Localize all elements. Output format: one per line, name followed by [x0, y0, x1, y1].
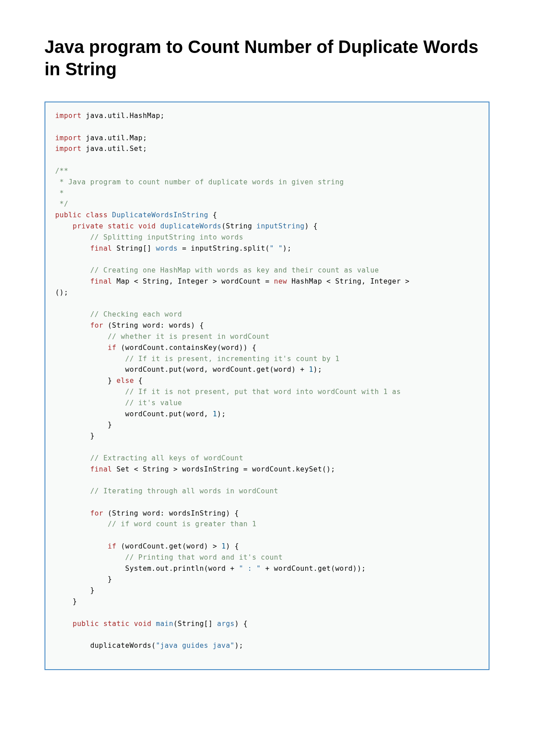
code-token: System.out.println(word +	[55, 565, 239, 573]
code-token: (String word: words) {	[103, 321, 204, 329]
code-token: " "	[270, 244, 283, 252]
code-token: import	[55, 145, 81, 153]
code-token: static	[99, 620, 129, 628]
code-token: duplicateWords(	[55, 642, 156, 650]
code-token: if	[55, 344, 117, 352]
code-token: final	[55, 244, 112, 252]
code-token: 1	[309, 366, 313, 374]
code-token: (wordCount.containsKey(word)) {	[117, 344, 257, 352]
code-token: static	[103, 222, 134, 230]
code-token: class	[81, 211, 108, 219]
code-token: Set < String > wordsInString = wordCount…	[112, 465, 335, 473]
code-comment: * Java program to count number of duplic…	[55, 178, 344, 186]
code-token: void	[134, 222, 156, 230]
code-token: );	[283, 244, 291, 252]
code-token: wordCount.put(word, wordCount.get(word) …	[55, 366, 309, 374]
code-comment: // If it is not present, put that word i…	[55, 388, 401, 396]
code-token: {	[134, 377, 143, 385]
code-token: final	[55, 277, 112, 285]
code-token: }	[55, 421, 112, 429]
code-token: new	[274, 277, 287, 285]
code-token: inputString	[256, 222, 304, 230]
code-token: );	[313, 366, 322, 374]
code-comment: // if word count is greater than 1	[55, 520, 256, 528]
code-token: "java guides java"	[156, 642, 235, 650]
code-token: );	[235, 642, 243, 650]
code-comment: // Printing that word and it's count	[55, 553, 283, 561]
code-token: (wordCount.get(word) >	[117, 542, 222, 550]
code-token: " : "	[239, 565, 261, 573]
code-comment: *	[55, 189, 64, 197]
code-token: ();	[55, 289, 69, 297]
code-token: java.util.HashMap;	[81, 112, 165, 120]
code-token: main	[151, 620, 173, 628]
code-token: }	[55, 432, 95, 440]
code-token: words	[156, 244, 178, 252]
code-token: Map < String, Integer > wordCount =	[112, 277, 274, 285]
code-token: public	[55, 211, 81, 219]
code-token: import	[55, 112, 81, 120]
code-comment: // whether it is present in wordCount	[55, 333, 270, 341]
code-token: java.util.Map;	[81, 134, 147, 142]
code-token: }	[55, 575, 112, 583]
code-comment: // If it is present, incrementing it's c…	[55, 355, 340, 363]
code-token: for	[55, 321, 103, 329]
code-block: import java.util.HashMap; import java.ut…	[44, 102, 490, 670]
code-token: HashMap < String, Integer >	[287, 277, 414, 285]
code-token: java.util.Set;	[81, 145, 147, 153]
code-token: wordCount.put(word,	[55, 410, 213, 418]
code-token: + wordCount.get(word));	[261, 565, 366, 573]
code-comment: // Iterating through all words in wordCo…	[55, 487, 278, 495]
code-comment: // it's value	[55, 399, 182, 407]
code-token: ) {	[304, 222, 318, 230]
code-token: for	[55, 509, 103, 517]
code-token: DuplicateWordsInString	[108, 211, 208, 219]
code-comment: // Checking each word	[55, 310, 182, 318]
code-token: (String word: wordsInString) {	[103, 509, 239, 517]
code-token: (String[]	[174, 620, 217, 628]
code-token: }	[55, 377, 117, 385]
code-comment: // Creating one HashMap with words as ke…	[55, 266, 379, 274]
code-token: ) {	[235, 620, 248, 628]
code-comment: // Splitting inputString into words	[55, 233, 243, 241]
code-token: {	[208, 211, 217, 219]
code-token: else	[117, 377, 134, 385]
code-token: }	[55, 597, 77, 606]
code-token: String[]	[112, 244, 156, 252]
code-token: = inputString.split(	[178, 244, 269, 252]
code-comment: */	[55, 200, 69, 208]
code-token: 1	[222, 542, 226, 550]
code-token: final	[55, 465, 112, 473]
code-token: }	[55, 586, 95, 594]
code-token: ) {	[226, 542, 239, 550]
code-token: );	[217, 410, 226, 418]
code-comment: // Extracting all keys of wordCount	[55, 454, 243, 462]
code-token: public	[55, 620, 99, 628]
code-token: void	[129, 620, 151, 628]
code-token: private	[55, 222, 103, 230]
code-token: args	[217, 620, 235, 628]
code-comment: /**	[55, 167, 69, 175]
code-token: 1	[213, 410, 217, 418]
code-token: import	[55, 134, 81, 142]
page-title: Java program to Count Number of Duplicat…	[44, 36, 490, 80]
code-token: (String	[222, 222, 257, 230]
code-token: duplicateWords	[156, 222, 221, 230]
code-token: if	[55, 542, 117, 550]
